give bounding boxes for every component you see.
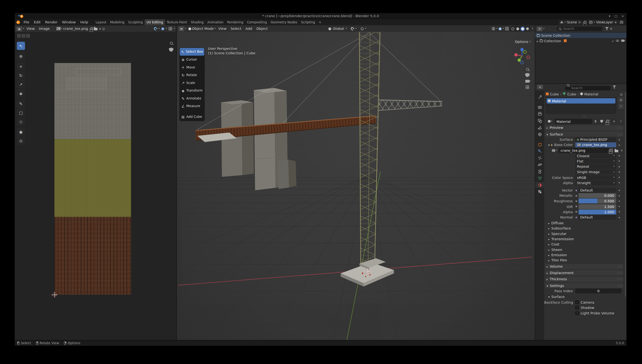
subpanel-coat[interactable]: Coat xyxy=(544,242,624,247)
image-datablock-icon[interactable] xyxy=(56,27,60,30)
uv-tool-annotate[interactable]: ✎ xyxy=(17,100,25,108)
overlays-caret-icon[interactable] xyxy=(503,28,504,30)
close-button[interactable]: × xyxy=(621,14,624,18)
scene-selector[interactable]: Scene xyxy=(558,20,582,25)
tab-animation[interactable]: Animation xyxy=(206,19,225,26)
viewport-ortho-toggle-icon[interactable] xyxy=(525,86,529,89)
fake-user-shield-icon[interactable] xyxy=(599,119,604,124)
gizmo-caret-icon[interactable] xyxy=(496,28,498,30)
texture-image-crane-tex[interactable] xyxy=(55,63,131,294)
uv-tool-measure[interactable]: ▢ xyxy=(17,108,25,117)
animate-dot[interactable] xyxy=(616,139,622,140)
tab-texture-paint[interactable]: Texture Paint xyxy=(165,19,189,26)
properties-tab-particles-icon[interactable] xyxy=(536,155,543,161)
new-material-icon[interactable] xyxy=(605,119,610,124)
properties-tab-world-icon[interactable] xyxy=(536,132,543,137)
properties-editor[interactable]: ≡ xyxy=(535,84,626,340)
pass-index-field[interactable]: 0 xyxy=(575,288,621,294)
proportional-caret-icon[interactable] xyxy=(365,28,366,30)
viewport-pan-icon[interactable] xyxy=(526,74,529,77)
settings-surface-subpanel[interactable]: Surface xyxy=(544,294,624,299)
tool-select-box[interactable]: ↖Select Box xyxy=(180,48,204,56)
scene-name[interactable]: Scene xyxy=(567,20,577,24)
material-users-count-button[interactable]: 8 xyxy=(593,119,598,124)
properties-tab-constraints-icon[interactable] xyxy=(536,169,543,174)
shading-rendered-icon[interactable] xyxy=(525,26,530,31)
properties-tab-physics-icon[interactable] xyxy=(536,162,543,168)
new-collection-icon[interactable] xyxy=(609,27,612,31)
animate-dot[interactable] xyxy=(616,195,622,196)
material-slot-row[interactable]: Material xyxy=(546,98,615,104)
menu-file[interactable]: File xyxy=(21,19,32,26)
collapse-base-color-icon[interactable] xyxy=(548,143,550,147)
uv-tool-sample[interactable]: ⊙ xyxy=(17,137,25,145)
subpanel-subsurface[interactable]: Subsurface xyxy=(544,226,624,231)
unlink-material-icon[interactable] xyxy=(611,119,616,124)
outliner-row-scene-collection[interactable]: Scene Collection xyxy=(535,33,626,38)
subpanel-transmission[interactable]: Transmission xyxy=(544,236,624,242)
uv-2d-cursor[interactable] xyxy=(52,292,57,297)
hide-in-viewport-icon[interactable] xyxy=(616,40,619,42)
image-copy-icon[interactable] xyxy=(91,28,93,30)
properties-pin-icon[interactable] xyxy=(620,92,623,96)
blender-app-menu-icon[interactable] xyxy=(15,20,21,24)
uv-menu-view[interactable]: View xyxy=(25,27,36,31)
snap-caret-icon[interactable] xyxy=(355,28,357,30)
animate-dot[interactable] xyxy=(616,206,622,207)
panel-drag-grip[interactable] xyxy=(617,271,622,275)
image-browse-caret-icon[interactable] xyxy=(61,28,63,30)
view-layer-name[interactable]: ViewLayer xyxy=(596,20,613,24)
breadcrumb-material[interactable]: Material xyxy=(584,92,598,96)
backface-shadow-checkbox[interactable] xyxy=(575,306,579,310)
panel-drag-grip[interactable] xyxy=(617,264,622,268)
tool-annotate[interactable]: ✎Annotate xyxy=(180,94,204,102)
subpanel-diffuse[interactable]: Diffuse xyxy=(544,220,624,226)
uv-overlays-icon[interactable] xyxy=(169,27,172,30)
uv-tool-grab[interactable]: ◉ xyxy=(17,128,25,136)
panel-preview[interactable]: Preview xyxy=(545,125,623,130)
properties-filter-icon[interactable] xyxy=(613,86,616,89)
tab-modeling[interactable]: Modeling xyxy=(108,19,126,26)
uv-tool-select-box[interactable]: ↖ xyxy=(17,42,25,50)
animate-dot[interactable] xyxy=(616,216,622,218)
interaction-mode-dropdown[interactable]: Object Mode xyxy=(192,27,214,31)
uv-mode-button-1[interactable] xyxy=(17,34,21,38)
roughness-slider[interactable]: 0.500 xyxy=(578,199,616,204)
image-new-icon[interactable] xyxy=(608,148,613,153)
uv-menu-image[interactable]: Image xyxy=(37,27,51,31)
uv-tool-face-select[interactable]: ◇ xyxy=(17,117,25,126)
subpanel-thin-film[interactable]: Thin Film xyxy=(544,258,624,262)
uv-canvas[interactable]: ↖ ⊕ + ↻ ↗ ◈ ✎ ▢ ◇ ◉ ⊙ xyxy=(15,32,177,340)
outliner-filter-icon[interactable] xyxy=(605,27,608,30)
base-color-image-button[interactable]: crane_tex.png xyxy=(575,143,616,148)
menu-edit[interactable]: Edit xyxy=(32,19,43,26)
browse-material-button[interactable] xyxy=(546,119,554,124)
properties-tab-material-icon[interactable] xyxy=(535,182,544,188)
viewport-editor-type-icon[interactable]: ⬒ xyxy=(179,26,184,31)
light-probe-volume-checkbox[interactable] xyxy=(575,311,579,315)
material-name-field[interactable]: Material xyxy=(555,119,592,124)
minimize-button[interactable]: ▾ xyxy=(609,14,610,18)
properties-editor-type-icon[interactable]: ≡ xyxy=(537,85,543,89)
tab-geometry-nodes[interactable]: Geometry Nodes xyxy=(269,19,299,26)
transform-orientation-dropdown[interactable]: Global xyxy=(333,27,344,31)
view-layer-selector[interactable]: ViewLayer xyxy=(587,20,618,25)
uv-tool-transform[interactable]: ◈ xyxy=(17,89,25,97)
shading-solid-icon[interactable] xyxy=(515,26,520,31)
uv-mode-button-2[interactable] xyxy=(22,34,25,38)
render-layer-icon[interactable] xyxy=(620,21,623,24)
vp-menu-view[interactable]: View xyxy=(217,27,228,31)
viewport-editor-type-caret-icon[interactable] xyxy=(185,28,186,30)
normal-value-button[interactable]: Default xyxy=(578,215,616,220)
vp-menu-select[interactable]: Select xyxy=(229,27,243,31)
panel-drag-grip[interactable] xyxy=(617,277,622,281)
outliner-type-caret-icon[interactable] xyxy=(543,28,545,30)
tab-compositing[interactable]: Compositing xyxy=(245,19,269,26)
breadcrumb-mesh[interactable]: Cube xyxy=(567,92,576,96)
show-gizmo-icon[interactable] xyxy=(492,27,495,30)
uv-pan-icon[interactable] xyxy=(170,48,173,52)
uv-mode-button-3[interactable] xyxy=(26,34,30,38)
slot-specials-menu-button[interactable] xyxy=(618,104,624,109)
menu-help[interactable]: Help xyxy=(78,19,91,26)
tool-add-cube[interactable]: ⊞Add Cube xyxy=(180,113,204,121)
